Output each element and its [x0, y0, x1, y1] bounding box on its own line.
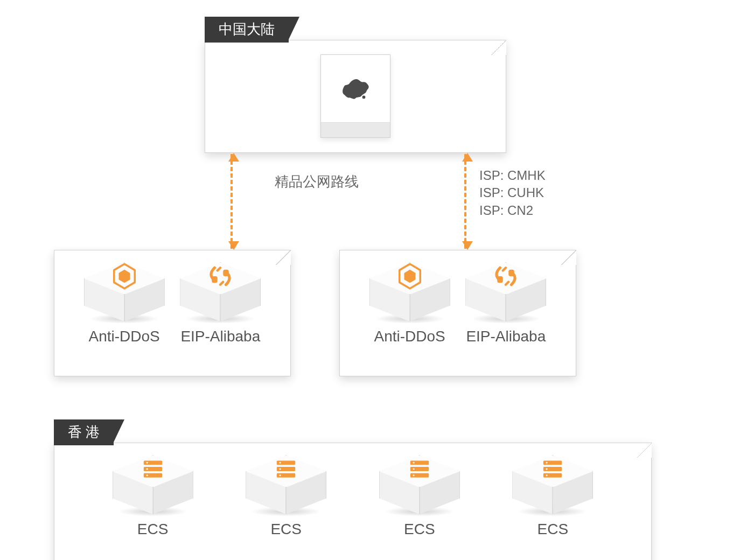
node-anti-ddos-right: Anti-DDoS: [369, 262, 450, 345]
region-hong-kong: 香 港 ECS ECS ECS: [54, 443, 652, 560]
anti-ddos-label: Anti-DDoS: [374, 328, 445, 345]
china-card-footer: [321, 122, 390, 137]
isp-line-cn2: ISP: CN2: [479, 202, 546, 219]
node-ecs-2: ECS: [246, 455, 326, 538]
isp-line-cmhk: ISP: CMHK: [479, 167, 546, 184]
anti-ddos-label: Anti-DDoS: [89, 328, 160, 345]
region-hk-title: 香 港: [54, 419, 114, 445]
node-ecs-1: ECS: [113, 455, 193, 538]
region-edge-left: Anti-DDoS EIP-Alibaba: [54, 250, 291, 376]
svg-point-0: [362, 96, 366, 99]
premium-line-label: 精品公网路线: [275, 172, 359, 191]
node-ecs-4: ECS: [512, 455, 593, 538]
ecs-label: ECS: [270, 521, 302, 538]
china-map-icon: [339, 71, 372, 111]
node-eip-right: EIP-Alibaba: [465, 262, 546, 345]
isp-line-cuhk: ISP: CUHK: [479, 184, 546, 201]
connector-premium-line: [231, 154, 233, 249]
node-anti-ddos-left: Anti-DDoS: [84, 262, 165, 345]
isp-list: ISP: CMHK ISP: CUHK ISP: CN2: [479, 167, 546, 219]
region-edge-right: Anti-DDoS EIP-Alibaba: [339, 250, 576, 376]
node-ecs-3: ECS: [379, 455, 460, 538]
eip-label: EIP-Alibaba: [466, 328, 546, 345]
ecs-label: ECS: [404, 521, 435, 538]
connector-isp-lines: [464, 154, 466, 249]
architecture-diagram: 中国大陆 精品公网路线 ISP: CMHK ISP: CUHK ISP: CN2…: [16, 16, 662, 544]
ecs-label: ECS: [137, 521, 169, 538]
ecs-label: ECS: [537, 521, 569, 538]
region-china-mainland: 中国大陆: [205, 40, 506, 153]
china-map-card: [320, 54, 390, 138]
node-eip-left: EIP-Alibaba: [180, 262, 261, 345]
region-china-title: 中国大陆: [205, 17, 289, 43]
eip-label: EIP-Alibaba: [180, 328, 260, 345]
